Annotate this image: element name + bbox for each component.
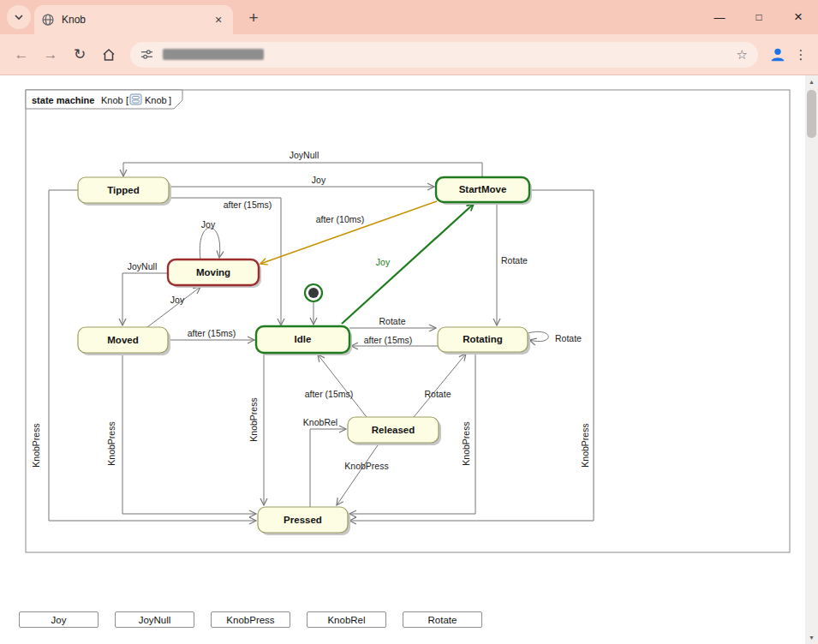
state-machine-diagram: state machine Knob [ Knob ] JoyNull Joy … [0, 75, 805, 644]
window-controls: — □ × [700, 0, 818, 34]
browser-window: Knob × + — □ × ← → ↻ ☆ [0, 0, 818, 644]
transition-label: KnobRel [303, 417, 337, 427]
state-name: Released [372, 425, 415, 435]
scroll-up-icon[interactable]: ▲ [805, 75, 818, 88]
transition-label: Rotate [379, 316, 406, 326]
close-button[interactable]: × [779, 0, 818, 34]
toolbar: ← → ↻ ☆ ⋮ [0, 34, 818, 75]
chevron-down-icon [14, 12, 24, 22]
home-button[interactable] [96, 42, 122, 68]
maximize-button[interactable]: □ [739, 0, 779, 34]
site-settings-icon[interactable] [140, 48, 153, 61]
state-pressed: Pressed [258, 507, 350, 535]
transition-label: after (15ms) [188, 328, 236, 338]
state-name: Idle [295, 334, 312, 344]
transition-label: KnobPress [580, 423, 590, 467]
joy-button[interactable]: Joy [19, 611, 99, 628]
state-idle: Idle [256, 326, 352, 355]
back-button[interactable]: ← [9, 42, 34, 68]
browser-menu-button[interactable]: ⋮ [791, 42, 811, 68]
minimize-button[interactable]: — [700, 0, 739, 34]
frame-bracket-close: ] [169, 95, 171, 105]
state-startmove: StartMove [436, 177, 532, 205]
state-rotating: Rotating [438, 327, 530, 355]
transition-label: after (15ms) [364, 335, 413, 345]
home-icon [101, 47, 116, 63]
tab-knob[interactable]: Knob × [34, 5, 233, 34]
address-bar[interactable]: ☆ [130, 42, 758, 68]
bookmark-star-icon[interactable]: ☆ [737, 47, 748, 63]
url-redacted [163, 49, 264, 60]
globe-favicon-icon [41, 13, 55, 27]
transition-label: after (15ms) [305, 389, 354, 399]
event-buttons: Joy JoyNull KnobPress KnobRel Rotate [19, 611, 482, 628]
page-content: state machine Knob [ Knob ] JoyNull Joy … [0, 75, 805, 644]
state-name: Moved [107, 335, 138, 345]
rotate-button[interactable]: Rotate [403, 611, 482, 628]
state-name: Pressed [284, 515, 322, 525]
scrollbar-thumb[interactable] [807, 90, 816, 138]
tab-search-button[interactable] [7, 5, 31, 29]
state-name: StartMove [459, 184, 507, 194]
transition-label: after (10ms) [316, 214, 365, 224]
page-scrollbar[interactable]: ▲ ▼ [805, 75, 818, 644]
tab-title: Knob [62, 14, 211, 26]
transition-label: KnobPress [31, 423, 41, 467]
new-tab-button[interactable]: + [243, 8, 264, 28]
frame-bracket-open: [ [126, 95, 128, 105]
state-released: Released [348, 417, 441, 445]
transition-label: Joy [201, 219, 216, 230]
initial-state [305, 284, 322, 301]
tab-close-icon[interactable]: × [211, 12, 226, 27]
transition-label: KnobPress [248, 397, 259, 441]
transition-label: KnobPress [106, 421, 116, 465]
transition-label: Rotate [555, 333, 582, 343]
transition-label: JoyNull [290, 150, 319, 160]
state-moved: Moved [78, 327, 170, 355]
diagram-frame [26, 90, 790, 552]
frame-param: Knob [145, 95, 167, 105]
frame-keyword: state machine [32, 95, 94, 105]
state-name: Tipped [107, 185, 139, 195]
transition-label: Rotate [425, 389, 451, 399]
state-name: Rotating [463, 334, 503, 344]
person-icon [768, 45, 787, 64]
transition-label: Rotate [501, 255, 528, 265]
transition-label: KnobPress [344, 461, 388, 471]
state-moving: Moving [168, 259, 261, 288]
reload-button[interactable]: ↻ [67, 42, 93, 68]
transition-label: Joy [376, 257, 391, 267]
profile-button[interactable] [765, 42, 791, 68]
forward-button[interactable]: → [38, 42, 63, 68]
statechart-icon [130, 94, 141, 104]
frame-name: Knob [101, 95, 123, 105]
knobrel-button[interactable]: KnobRel [307, 611, 386, 628]
state-name: Moving [196, 267, 230, 277]
transition-label: Joy [170, 295, 185, 305]
state-tipped: Tipped [78, 177, 171, 206]
knobpress-button[interactable]: KnobPress [211, 611, 290, 628]
scroll-down-icon[interactable]: ▼ [805, 631, 818, 644]
joynull-button[interactable]: JoyNull [115, 611, 194, 628]
transition-label: JoyNull [128, 261, 157, 271]
transition-label: KnobPress [461, 421, 471, 465]
transition-label: after (15ms) [224, 200, 272, 210]
transition-label: Joy [312, 175, 326, 185]
titlebar: Knob × + — □ × [0, 0, 818, 34]
